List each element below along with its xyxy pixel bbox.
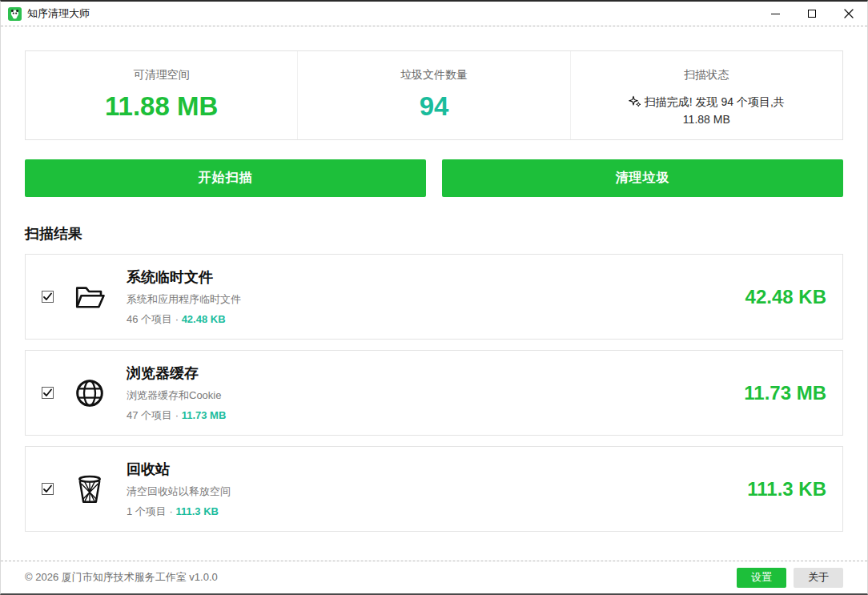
checkbox-system-temp[interactable] bbox=[42, 291, 54, 303]
card-meta: 1 个项目 · 111.3 KB bbox=[127, 505, 231, 519]
sparkles-icon bbox=[629, 95, 641, 108]
stat-junk-count: 垃圾文件数量 94 bbox=[297, 51, 569, 139]
checkbox-browser-cache[interactable] bbox=[42, 387, 54, 399]
stat-cleanable-space: 可清理空间 11.88 MB bbox=[26, 51, 297, 139]
card-total-size: 111.3 KB bbox=[747, 478, 826, 501]
card-meta: 47 个项目 · 11.73 MB bbox=[127, 408, 226, 423]
card-text: 浏览器缓存 浏览器缓存和Cookie 47 个项目 · 11.73 MB bbox=[127, 364, 226, 423]
globe-icon bbox=[73, 376, 106, 410]
card-title: 系统临时文件 bbox=[127, 267, 241, 287]
result-card-recycle-bin: 回收站 清空回收站以释放空间 1 个项目 · 111.3 KB 111.3 KB bbox=[25, 446, 843, 532]
item-count: 1 个项目 · bbox=[127, 505, 173, 517]
stat-label: 垃圾文件数量 bbox=[298, 68, 569, 82]
title-bar: 知序清理大师 bbox=[1, 2, 867, 26]
results-heading: 扫描结果 bbox=[25, 224, 843, 243]
checkbox-recycle-bin[interactable] bbox=[42, 483, 54, 495]
maximize-button[interactable] bbox=[794, 2, 830, 26]
check-icon bbox=[42, 291, 53, 302]
copyright-text: © 2026 厦门市知序技术服务工作室 v1.0.0 bbox=[25, 570, 218, 585]
stat-scan-status: 扫描状态 扫描完成! 发现 94 个项目,共 11.88 MB bbox=[570, 51, 842, 139]
card-total-size: 11.73 MB bbox=[744, 382, 826, 404]
action-button-row: 开始扫描 清理垃圾 bbox=[25, 159, 843, 197]
stat-value-count: 94 bbox=[298, 91, 569, 122]
maximize-icon bbox=[808, 10, 816, 18]
card-text: 系统临时文件 系统和应用程序临时文件 46 个项目 · 42.48 KB bbox=[127, 267, 241, 327]
item-size: 111.3 KB bbox=[175, 505, 219, 517]
card-title: 回收站 bbox=[127, 460, 231, 479]
footer: © 2026 厦门市知序技术服务工作室 v1.0.0 设置 关于 bbox=[1, 561, 867, 593]
card-meta: 46 个项目 · 42.48 KB bbox=[127, 312, 241, 327]
app-window: 知序清理大师 可清理空间 11.88 MB 垃圾文件数量 94 bbox=[0, 0, 868, 595]
check-icon bbox=[42, 388, 53, 398]
item-count: 47 个项目 · bbox=[127, 409, 179, 421]
about-button[interactable]: 关于 bbox=[794, 568, 843, 588]
close-button[interactable] bbox=[830, 2, 867, 26]
item-count: 46 个项目 · bbox=[127, 313, 179, 325]
result-card-browser-cache: 浏览器缓存 浏览器缓存和Cookie 47 个项目 · 11.73 MB 11.… bbox=[25, 350, 843, 436]
item-size: 42.48 KB bbox=[182, 313, 226, 325]
card-subtitle: 系统和应用程序临时文件 bbox=[127, 292, 241, 307]
trash-icon bbox=[73, 472, 106, 506]
item-size: 11.73 MB bbox=[182, 409, 227, 421]
card-title: 浏览器缓存 bbox=[127, 364, 226, 383]
main-content: 可清理空间 11.88 MB 垃圾文件数量 94 扫描状态 扫描完成! 发现 9… bbox=[1, 26, 867, 561]
app-logo-icon bbox=[8, 7, 22, 21]
minimize-icon bbox=[771, 14, 780, 14]
stat-label: 可清理空间 bbox=[26, 68, 297, 82]
stat-label: 扫描状态 bbox=[571, 68, 842, 82]
result-card-system-temp: 系统临时文件 系统和应用程序临时文件 46 个项目 · 42.48 KB 42.… bbox=[25, 254, 843, 340]
minimize-button[interactable] bbox=[757, 2, 794, 26]
card-subtitle: 清空回收站以释放空间 bbox=[127, 484, 231, 499]
check-icon bbox=[42, 484, 53, 494]
window-title: 知序清理大师 bbox=[27, 6, 90, 21]
card-total-size: 42.48 KB bbox=[745, 286, 826, 308]
settings-button[interactable]: 设置 bbox=[737, 568, 786, 588]
stat-value-space: 11.88 MB bbox=[26, 91, 297, 122]
card-subtitle: 浏览器缓存和Cookie bbox=[127, 388, 226, 403]
scan-status-line2: 11.88 MB bbox=[605, 111, 807, 129]
close-icon bbox=[844, 9, 854, 18]
scan-status-text: 扫描完成! 发现 94 个项目,共 11.88 MB bbox=[605, 94, 807, 128]
stats-panel: 可清理空间 11.88 MB 垃圾文件数量 94 扫描状态 扫描完成! 发现 9… bbox=[25, 50, 843, 140]
scan-status-line1: 扫描完成! 发现 94 个项目,共 bbox=[645, 95, 785, 108]
card-text: 回收站 清空回收站以释放空间 1 个项目 · 111.3 KB bbox=[127, 460, 231, 519]
clean-junk-button[interactable]: 清理垃圾 bbox=[442, 159, 843, 197]
folder-icon bbox=[73, 280, 106, 314]
start-scan-button[interactable]: 开始扫描 bbox=[25, 159, 426, 197]
